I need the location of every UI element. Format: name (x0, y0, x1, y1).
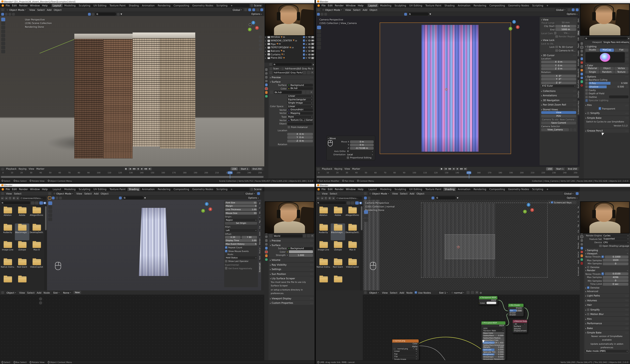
folder-item[interactable] (316, 275, 331, 290)
display-list-icon[interactable] (346, 201, 350, 204)
folder-item[interactable]: Image-Line (0, 241, 15, 257)
shading-mode-icon[interactable] (576, 8, 578, 11)
workspace-tab[interactable]: Animation (140, 3, 156, 7)
outliner-row[interactable]: ▸ Pipe ▼99 (264, 42, 314, 46)
xray-icon[interactable] (256, 8, 259, 11)
axis-y[interactable]: Y (201, 209, 205, 212)
refresh-icon[interactable]: ⟳ (12, 196, 16, 200)
timeline-menu-item[interactable]: Marker (351, 168, 361, 170)
image-datablock[interactable]: normal.png (396, 348, 415, 350)
tab-world-icon[interactable] (265, 251, 268, 253)
pan-hand-icon[interactable] (259, 39, 262, 42)
eye-icon[interactable] (308, 50, 310, 52)
timeline-menu-item[interactable]: Playback (5, 168, 17, 170)
search-input[interactable] (316, 201, 346, 204)
tool-rotate-icon[interactable] (317, 38, 321, 41)
collection-checkbox[interactable] (303, 53, 305, 56)
principled-param-field[interactable]: Anisotropic0.000 (482, 356, 504, 358)
menu-item[interactable]: Help (41, 4, 48, 7)
selectable-icon[interactable] (306, 36, 308, 38)
sidebar-tab[interactable]: Pap (578, 223, 580, 228)
axis-x[interactable]: X (208, 207, 212, 211)
folder-item[interactable] (331, 275, 345, 290)
viewport-menu-item[interactable]: Object (368, 8, 378, 11)
collapsed-panel[interactable]: Custom Properties:::: (269, 301, 314, 305)
play-reverse-icon[interactable]: ◀ (136, 167, 140, 171)
simplify-checkbox[interactable] (587, 112, 590, 114)
selectable-icon[interactable] (306, 46, 308, 49)
tool-select-icon[interactable] (317, 26, 321, 29)
current-frame-field[interactable]: 150 (546, 167, 554, 171)
viewport-menu-item[interactable]: View (76, 192, 83, 195)
workspace-tab[interactable]: Geometry Nodes (191, 3, 214, 7)
folder-item[interactable]: iZotope (15, 241, 29, 257)
workspace-tab[interactable]: Compositing (172, 187, 190, 191)
collection-checkbox[interactable] (303, 43, 305, 45)
navigation-gizmo[interactable]: Z X Y (201, 202, 213, 215)
search-input[interactable] (435, 196, 456, 199)
folder-item[interactable]: Blackmagic ... (15, 223, 29, 240)
axis-x[interactable]: X (530, 208, 534, 212)
select-box-icon[interactable] (364, 196, 367, 199)
select-mode-2-icon[interactable] (56, 196, 58, 199)
workspace-tab[interactable]: Animation (456, 187, 472, 191)
render-denoise-checkbox[interactable] (587, 286, 590, 289)
sidebar-tab[interactable]: Ite (259, 201, 261, 206)
editor-type-icon[interactable] (269, 63, 272, 66)
node-menu-item[interactable]: Add (36, 291, 42, 294)
lock-3d-cursor-checkbox[interactable] (556, 46, 558, 48)
tab-viewlayer-icon[interactable] (580, 54, 583, 56)
outliner-row[interactable]: ▸ Curtains ▼2 (264, 53, 314, 56)
tab-world-icon[interactable] (580, 61, 583, 64)
vector-field-2[interactable]: Mapping (287, 112, 313, 115)
eye-icon[interactable] (308, 54, 310, 55)
image-option-dropdown[interactable]: Single Image (393, 358, 418, 360)
playhead[interactable]: 150 (469, 171, 469, 179)
color-swatch[interactable] (486, 302, 496, 304)
close-icon[interactable]: × (416, 348, 418, 350)
options-dropdown[interactable]: Options (566, 12, 578, 16)
workspace-tab[interactable]: Texture Paint (108, 3, 127, 7)
workspace-tab[interactable]: UV Editing (92, 3, 108, 7)
viewport-noise-threshold-field[interactable]: 0.1000 (605, 255, 628, 258)
collection-checkbox[interactable] (303, 46, 305, 49)
overlay-toggle[interactable] (92, 13, 94, 15)
expand-icon[interactable]: ▸ (265, 43, 267, 45)
camera-selector-field[interactable]: View_Camera (541, 129, 569, 131)
menu-item[interactable]: Edit (327, 4, 334, 7)
workspace-tab[interactable]: Sculpting (393, 3, 408, 7)
navigation-gizmo[interactable]: Z X Y (508, 20, 520, 33)
offset-x-field[interactable]: X 20 (225, 236, 241, 239)
filter-icon[interactable]: ▼ (430, 13, 431, 15)
tool-select-icon[interactable] (1, 18, 5, 21)
outline-checkbox[interactable] (586, 96, 588, 98)
panel-preview[interactable]: Preview:::: (269, 75, 314, 79)
shield-icon[interactable] (302, 91, 306, 94)
show-mouse-events-checkbox[interactable] (225, 250, 228, 252)
workspace-tab[interactable]: + (229, 187, 234, 191)
timeline-menu-item[interactable]: View (344, 168, 351, 170)
principled-param-field[interactable]: Subsurface Radius (482, 337, 504, 339)
viewport-3d[interactable]: Camera Perspective(150) Collection | Vie… (316, 16, 580, 167)
menu-item[interactable]: File (5, 188, 11, 190)
search-input[interactable] (273, 63, 312, 66)
tab-scene-icon[interactable] (265, 83, 268, 86)
flip-icon[interactable] (626, 58, 628, 60)
display-list-icon[interactable] (31, 201, 34, 204)
back-icon[interactable]: ← (1, 196, 4, 200)
collection-name[interactable]: Balcons (271, 50, 280, 52)
close-icon[interactable]: × (310, 234, 314, 238)
viewport-menu-item[interactable]: Select (84, 192, 93, 195)
sidebar-tab[interactable]: To (259, 206, 261, 210)
panel-checkbox[interactable] (587, 313, 590, 315)
viewport-menu-item[interactable]: Add (362, 8, 368, 11)
viewport-menu-item[interactable]: Add (93, 192, 100, 195)
folder-item[interactable]: Allegorithmic (345, 206, 360, 223)
sidebar-tab[interactable]: Anim (259, 231, 261, 237)
select-box-icon[interactable] (52, 196, 55, 199)
workspace-tab[interactable]: Scripting (215, 3, 229, 7)
new-material-button[interactable]: New (73, 291, 81, 294)
pan-hand-icon[interactable] (39, 301, 42, 305)
shader-out-socket[interactable] (523, 308, 524, 309)
sidebar-tab[interactable]: To (578, 210, 580, 214)
